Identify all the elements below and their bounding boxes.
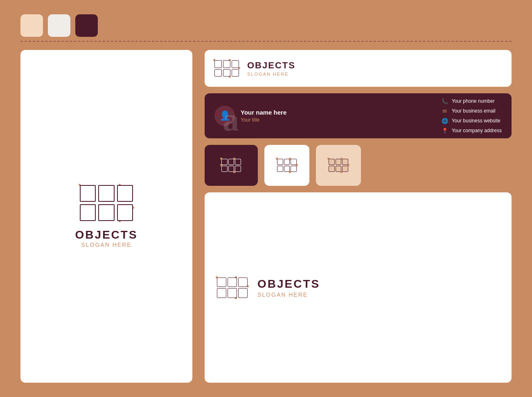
cb-sq-1 [217, 277, 226, 287]
letterhead-brand-name: OBJECTS [75, 228, 138, 241]
website-text: Your business website [452, 118, 500, 124]
vw-sq-1 [277, 159, 283, 165]
person-name: Your name here [241, 109, 286, 116]
vp-sq-4 [329, 166, 335, 172]
letterhead: OBJECTS SLOGAN HERE [20, 50, 192, 383]
cb-sq-2 [228, 277, 237, 287]
contact-info: 📞 Your phone number ✉ Your business emai… [441, 97, 502, 134]
person-title: Your title [241, 117, 286, 123]
vp-logo-grid [329, 159, 348, 172]
card-front-text: OBJECTS SLOGAN HERE [247, 60, 295, 77]
card-front-logo-grid [214, 60, 239, 77]
letterhead-brand-slogan: SLOGAN HERE [75, 241, 138, 248]
vd-sq-3 [235, 159, 241, 165]
card-front: OBJECTS SLOGAN HERE [205, 50, 512, 87]
grid-sq-6 [117, 204, 133, 221]
vd-logo-wrapper [221, 159, 241, 172]
letterhead-logo-grid [80, 185, 133, 221]
phone-icon: 📞 [441, 97, 449, 105]
vd-sq-1 [221, 159, 228, 165]
vp-sq-6 [342, 166, 348, 172]
vw-logo-grid [277, 159, 297, 172]
contact-website-row: 🌐 Your business website [441, 117, 502, 124]
vd-sq-4 [221, 166, 228, 172]
contact-address-row: 📍 Your company address [441, 127, 502, 134]
content-row: OBJECTS SLOGAN HERE [20, 50, 512, 383]
card-back: a 👤 Your name here Your title 📞 Your pho… [205, 93, 512, 138]
vd-logo-grid [221, 159, 241, 172]
variant-dark [205, 145, 258, 186]
color-swatches [20, 14, 512, 37]
card-front-slogan: SLOGAN HERE [247, 72, 295, 77]
card-bottom-brand-name: OBJECTS [257, 277, 320, 291]
cf-sq-1 [214, 60, 222, 68]
vw-sq-4 [277, 166, 283, 172]
cb-sq-3 [238, 277, 248, 287]
vw-sq-2 [284, 159, 290, 165]
cards-column: OBJECTS SLOGAN HERE a 👤 Your name here Y… [205, 50, 512, 383]
main-container: OBJECTS SLOGAN HERE [20, 14, 512, 383]
cf-sq-3 [232, 60, 239, 68]
globe-icon: 🌐 [441, 117, 449, 124]
variant-peach [316, 145, 361, 186]
email-icon: ✉ [441, 107, 449, 115]
card-bottom-slogan: SLOGAN HERE [257, 291, 320, 298]
vd-sq-6 [235, 166, 241, 172]
card-back-inner: a 👤 Your name here Your title 📞 Your pho… [214, 97, 502, 134]
grid-sq-4 [80, 204, 96, 221]
grid-sq-3 [117, 185, 133, 202]
variant-white [264, 145, 309, 186]
dark-swatch [75, 14, 98, 37]
contact-phone-row: 📞 Your phone number [441, 97, 502, 105]
card-back-watermark: a [223, 101, 239, 134]
cb-sq-4 [217, 288, 226, 298]
person-info: Your name here Your title [241, 109, 286, 123]
top-section [20, 14, 512, 42]
vw-sq-5 [284, 166, 290, 172]
address-text: Your company address [452, 128, 502, 133]
vp-sq-1 [329, 159, 335, 165]
cb-logo-wrapper [217, 277, 248, 298]
cf-sq-5 [223, 69, 230, 77]
card-bottom-text: OBJECTS SLOGAN HERE [257, 277, 320, 298]
grid-sq-2 [98, 185, 114, 202]
vp-sq-5 [336, 166, 342, 172]
cb-sq-6 [238, 288, 248, 298]
vw-logo-wrapper [277, 159, 297, 172]
vd-sq-5 [228, 166, 234, 172]
vw-sq-3 [291, 159, 297, 165]
card-bottom: OBJECTS SLOGAN HERE [205, 192, 512, 383]
contact-email-row: ✉ Your business email [441, 107, 502, 115]
vp-sq-2 [336, 159, 342, 165]
dashed-divider [20, 41, 512, 42]
phone-text: Your phone number [452, 98, 495, 104]
vw-sq-6 [291, 166, 297, 172]
cb-logo-grid [217, 277, 248, 298]
location-icon: 📍 [441, 127, 449, 134]
cf-sq-6 [232, 69, 239, 77]
card-front-logo-wrapper [214, 60, 239, 77]
cream-swatch [48, 14, 70, 37]
letterhead-text: OBJECTS SLOGAN HERE [75, 228, 138, 248]
peach-swatch [20, 14, 43, 37]
variants-row [205, 145, 512, 186]
card-front-brand-name: OBJECTS [247, 60, 295, 71]
cf-sq-2 [223, 60, 230, 68]
cb-sq-5 [228, 288, 237, 298]
vp-logo-wrapper [329, 159, 348, 172]
email-text: Your business email [452, 108, 496, 114]
cf-sq-4 [214, 69, 222, 77]
grid-sq-1 [80, 185, 96, 202]
vp-sq-3 [342, 159, 348, 165]
grid-sq-5 [98, 204, 114, 221]
vd-sq-2 [228, 159, 234, 165]
letterhead-logo-wrapper [80, 185, 133, 221]
